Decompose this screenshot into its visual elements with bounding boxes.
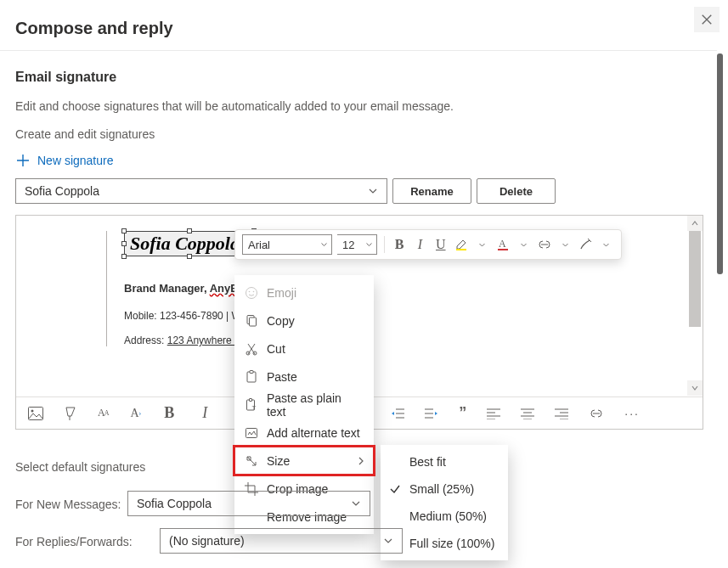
chevron-up-icon: [691, 219, 699, 228]
new-signature-button[interactable]: New signature: [15, 153, 114, 168]
svg-rect-15: [250, 398, 252, 401]
resize-handle[interactable]: [187, 254, 192, 259]
menu-label: Add alternate text: [267, 426, 360, 440]
align-right-button[interactable]: [555, 408, 568, 419]
menu-label: Paste as plain text: [267, 391, 364, 419]
insert-link-button[interactable]: [589, 408, 604, 419]
menu-label: Emoji: [267, 286, 296, 300]
delete-button[interactable]: Delete: [477, 178, 556, 204]
resize-handle[interactable]: [187, 228, 192, 233]
size-option-small[interactable]: Small (25%): [381, 475, 508, 503]
highlight-button[interactable]: [454, 236, 469, 253]
insert-image-button[interactable]: [28, 407, 43, 420]
check-icon: [389, 483, 401, 495]
menu-item-alt-text[interactable]: Add alternate text: [234, 419, 374, 447]
menu-label: Copy: [267, 314, 295, 328]
editor-scroll-up[interactable]: [687, 216, 703, 231]
font-family-select[interactable]: Arial: [242, 234, 332, 255]
cut-icon: [245, 342, 267, 356]
submenu-label: Medium (50%): [409, 509, 487, 523]
signature-address-line: Address: 123 Anywhere St,: [124, 335, 684, 346]
section-heading: Email signature: [15, 70, 116, 85]
menu-item-size[interactable]: Size: [234, 447, 374, 475]
address-label: Address:: [124, 335, 164, 346]
decrease-indent-button[interactable]: [391, 408, 404, 419]
submenu-label: Best fit: [409, 455, 446, 469]
underline-button[interactable]: U: [433, 236, 449, 253]
italic-button[interactable]: I: [412, 236, 427, 253]
svg-rect-13: [250, 370, 253, 373]
paste-icon: [245, 370, 267, 384]
copy-icon: [245, 314, 267, 328]
bold-button[interactable]: B: [392, 236, 407, 253]
plus-icon: [15, 153, 31, 168]
svg-rect-9: [250, 318, 257, 326]
signature-image-text: Sofia Coppola: [130, 233, 240, 255]
ink-button[interactable]: [578, 236, 593, 253]
ink-dropdown[interactable]: [599, 236, 614, 253]
size-option-best-fit[interactable]: Best fit: [381, 448, 508, 475]
signature-select[interactable]: Sofia Coppola: [15, 178, 387, 204]
menu-item-copy[interactable]: Copy: [234, 306, 374, 335]
bold-button[interactable]: B: [161, 404, 177, 422]
menu-item-cut[interactable]: Cut: [234, 335, 374, 363]
format-painter-button[interactable]: [64, 406, 77, 421]
svg-point-11: [253, 351, 257, 355]
default-new-value: Sofia Coppola: [137, 497, 212, 510]
svg-rect-0: [29, 407, 43, 419]
svg-rect-4: [498, 249, 508, 250]
menu-item-paste-plain[interactable]: T Paste as plain text: [234, 391, 374, 419]
floating-format-toolbar: Arial 12 B I U A: [234, 229, 622, 260]
divider: [0, 50, 717, 51]
resize-handle[interactable]: [121, 241, 127, 246]
quote-button[interactable]: ”: [459, 404, 466, 422]
font-color-dropdown[interactable]: [516, 236, 531, 253]
align-left-button[interactable]: [487, 408, 500, 419]
close-button[interactable]: [694, 7, 720, 32]
menu-item-paste[interactable]: Paste: [234, 363, 374, 391]
font-size-large-button[interactable]: A›: [130, 407, 141, 420]
emoji-icon: [245, 286, 267, 300]
brand-prefix: Brand Manager,: [124, 282, 210, 295]
insert-link-button[interactable]: [536, 236, 551, 253]
chevron-down-icon: [691, 384, 699, 392]
chevron-right-icon: [357, 457, 365, 465]
section-description: Edit and choose signatures that will be …: [15, 99, 454, 113]
section-sublabel: Create and edit signatures: [15, 127, 155, 141]
submenu-label: Small (25%): [409, 482, 474, 496]
default-new-label: For New Messages:: [15, 498, 121, 511]
resize-handle[interactable]: [121, 254, 127, 259]
font-color-button[interactable]: A: [495, 236, 511, 253]
menu-label: Paste: [267, 370, 297, 384]
menu-label: Size: [267, 454, 290, 468]
panel-scrollbar-thumb[interactable]: [717, 53, 723, 274]
font-size-select[interactable]: 12: [337, 234, 377, 255]
svg-point-1: [31, 409, 34, 412]
resize-handle[interactable]: [121, 228, 127, 233]
highlight-dropdown[interactable]: [474, 236, 489, 253]
svg-point-10: [246, 351, 250, 355]
signature-select-value: Sofia Coppola: [25, 184, 99, 198]
chevron-down-icon: [320, 241, 328, 249]
size-option-medium[interactable]: Medium (50%): [381, 503, 508, 530]
rename-button[interactable]: Rename: [392, 178, 471, 204]
page-title: Compose and reply: [15, 19, 173, 38]
svg-point-6: [249, 290, 251, 292]
italic-button[interactable]: I: [197, 404, 212, 422]
paste-plain-icon: T: [245, 398, 267, 412]
chevron-down-icon: [383, 536, 393, 546]
font-size-small-button[interactable]: AA: [98, 407, 110, 419]
editor-scrollbar-thumb[interactable]: [689, 231, 701, 327]
link-dropdown[interactable]: [557, 236, 573, 253]
default-reply-label: For Replies/Forwards:: [15, 535, 133, 548]
more-options-button[interactable]: ···: [624, 407, 640, 420]
editor-scroll-down[interactable]: [687, 380, 703, 396]
default-new-select[interactable]: Sofia Coppola: [127, 491, 370, 516]
brand-company: AnyE: [210, 282, 238, 295]
size-icon: [245, 454, 267, 468]
default-reply-select[interactable]: (No signature): [160, 528, 403, 554]
chevron-down-icon: [368, 186, 378, 196]
align-center-button[interactable]: [521, 408, 534, 419]
toolbar-divider: [384, 236, 385, 253]
increase-indent-button[interactable]: [425, 408, 438, 419]
